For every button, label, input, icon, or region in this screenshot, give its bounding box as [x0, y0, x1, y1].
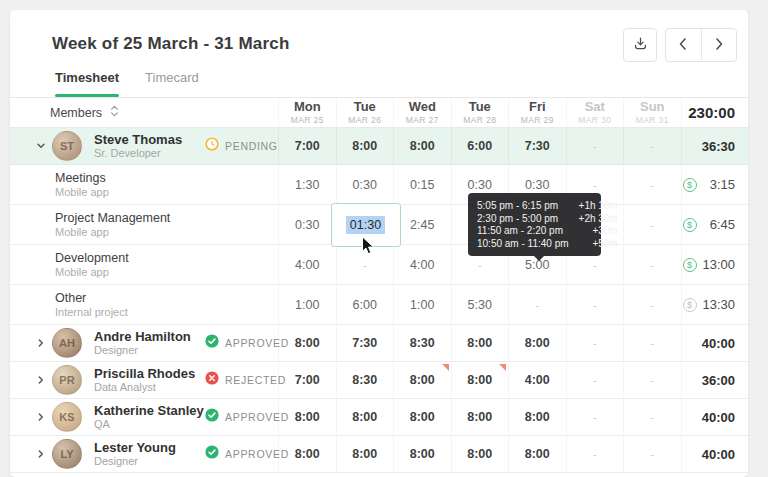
time-entry-cell[interactable]: -: [566, 285, 624, 324]
tooltip-caret: [534, 256, 544, 261]
hours-value: 8:00: [352, 447, 377, 461]
day-cells: 1:006:001:005:30---: [278, 285, 681, 324]
time-entry-cell[interactable]: -: [508, 285, 566, 324]
empty-value: -: [650, 259, 654, 271]
day-total-cell: 8:30: [336, 362, 394, 398]
member-identity: Lester YoungDesigner: [94, 440, 176, 468]
project-identity: OtherInternal project: [55, 291, 128, 319]
day-cells: 7:008:008:006:007:30--: [278, 128, 681, 164]
chevron-right-icon[interactable]: [36, 449, 52, 459]
day-total-cell: 7:00: [278, 362, 336, 398]
day-cells: 8:007:308:308:008:00--: [278, 325, 681, 361]
empty-value: -: [650, 337, 654, 349]
time-entry-cell[interactable]: 0:30: [336, 165, 394, 204]
hours-value: 8:00: [410, 447, 435, 461]
day-date: MAR 25: [291, 115, 324, 125]
day-header: FriMAR 29: [508, 98, 566, 127]
members-column-header[interactable]: Members: [10, 105, 278, 120]
sort-arrows-icon: [110, 105, 119, 120]
tab-timesheet[interactable]: Timesheet: [55, 70, 119, 97]
day-total-cell: 8:30: [393, 325, 451, 361]
member-row[interactable]: LYLester YoungDesignerAPPROVED8:008:008:…: [10, 436, 748, 473]
project-name: Development: [55, 251, 129, 266]
empty-value: -: [650, 140, 654, 152]
day-total-cell: -: [566, 128, 624, 164]
hours-value: 1:30: [295, 178, 319, 192]
member-identity: Priscilla RhodesData Analyst: [94, 366, 195, 394]
day-total-cell: 8:00: [508, 325, 566, 361]
time-entry-cell[interactable]: -: [623, 165, 681, 204]
time-entry-cell[interactable]: 4:00: [393, 245, 451, 284]
next-week-button[interactable]: [701, 29, 737, 61]
empty-value: -: [593, 299, 597, 311]
empty-value: -: [650, 448, 654, 460]
prev-week-button[interactable]: [666, 29, 701, 61]
day-total-cell: -: [566, 436, 624, 472]
download-button[interactable]: [623, 28, 657, 62]
project-label: Internal project: [55, 306, 128, 319]
download-icon: [633, 36, 648, 55]
time-entry-cell[interactable]: 1:00: [393, 285, 451, 324]
project-row: Project ManagementMobile app0:3001:302:4…: [10, 205, 748, 245]
project-name: Other: [55, 291, 128, 306]
flag-marker: [499, 364, 506, 371]
time-entry-cell[interactable]: 6:00: [336, 285, 394, 324]
hours-value: 8:30: [352, 373, 377, 387]
time-entry-cell[interactable]: 2:45: [393, 205, 451, 244]
project-identity: DevelopmentMobile app: [55, 251, 129, 279]
member-cell: LYLester YoungDesignerAPPROVED: [10, 436, 278, 472]
time-entry-cell[interactable]: 5:30: [451, 285, 509, 324]
billable-icon: $: [683, 258, 697, 272]
time-entry-cell[interactable]: 4:00: [278, 245, 336, 284]
member-row[interactable]: PRPriscilla RhodesData AnalystREJECTED7:…: [10, 362, 748, 399]
hours-value: 8:00: [295, 447, 320, 461]
day-total-cell: 7:00: [278, 128, 336, 164]
day-date: MAR 30: [578, 115, 611, 125]
day-total-cell: -: [623, 128, 681, 164]
project-total-value: 13:30: [702, 297, 735, 312]
selected-time-value: 01:30: [346, 216, 385, 234]
status-badge: APPROVED: [205, 445, 289, 463]
time-entry-cell[interactable]: 1:00: [278, 285, 336, 324]
member-cell: KSKatherine StanleyQAAPPROVED: [10, 399, 278, 435]
avatar: LY: [52, 439, 82, 469]
project-total-cell: $3:15: [681, 165, 749, 204]
time-entry-cell[interactable]: 0:15: [393, 165, 451, 204]
time-entry-cell[interactable]: -: [623, 245, 681, 284]
day-date: MAR 31: [636, 115, 669, 125]
day-header: MonMAR 25: [278, 98, 336, 127]
chevron-right-icon: [715, 36, 723, 54]
week-total-value: 40:00: [702, 447, 735, 462]
mouse-cursor-icon: [361, 236, 375, 260]
project-total-cell: $13:00: [681, 245, 749, 284]
empty-value: -: [593, 411, 597, 423]
chevron-left-icon: [679, 36, 687, 54]
day-date: MAR 28: [463, 115, 496, 125]
empty-value: -: [650, 411, 654, 423]
day-total-cell: 8:00: [336, 436, 394, 472]
hours-value: 8:00: [410, 410, 435, 424]
table-header-row: Members MonMAR 25TueMAR 26WedMAR 27TueMA…: [10, 98, 748, 128]
week-total-cell: 40:00: [681, 325, 749, 361]
tab-timecard[interactable]: Timecard: [145, 70, 199, 97]
time-entry-cell[interactable]: -: [623, 285, 681, 324]
chevron-right-icon[interactable]: [36, 338, 52, 348]
day-name: Wed: [409, 100, 436, 113]
member-identity: Andre HamiltonDesigner: [94, 329, 191, 357]
day-total-cell: -: [566, 399, 624, 435]
empty-value: -: [650, 374, 654, 386]
chevron-right-icon[interactable]: [36, 412, 52, 422]
empty-value: -: [593, 179, 597, 191]
member-row[interactable]: AHAndre HamiltonDesignerAPPROVED8:007:30…: [10, 325, 748, 362]
chevron-down-icon[interactable]: [36, 141, 52, 151]
day-total-cell: -: [623, 325, 681, 361]
member-row[interactable]: STSteve ThomasSr. DeveloperPENDING7:008:…: [10, 128, 748, 165]
chevron-right-icon[interactable]: [36, 375, 52, 385]
time-entry-cell[interactable]: 0:30: [278, 205, 336, 244]
member-row[interactable]: KSKatherine StanleyQAAPPROVED8:008:008:0…: [10, 399, 748, 436]
empty-value: -: [650, 219, 654, 231]
time-entry-cell[interactable]: 1:30: [278, 165, 336, 204]
hours-value: 0:30: [295, 218, 319, 232]
time-entry-cell[interactable]: -: [623, 205, 681, 244]
avatar: KS: [52, 402, 82, 432]
